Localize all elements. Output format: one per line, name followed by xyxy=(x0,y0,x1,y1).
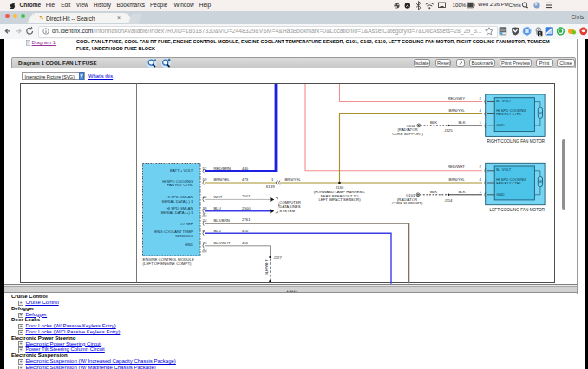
svg-text:B+ VOLT: B+ VOLT xyxy=(496,99,511,103)
svg-text:4: 4 xyxy=(480,178,482,182)
svg-text:40: 40 xyxy=(203,195,207,199)
svg-text:8: 8 xyxy=(203,229,206,233)
svg-text:52: 52 xyxy=(203,166,207,171)
svg-text:(LEFT OF ENGINE COMPT): (LEFT OF ENGINE COMPT) xyxy=(143,262,193,266)
svg-text:G101: G101 xyxy=(406,193,415,197)
svg-text:BRN/YEL: BRN/YEL xyxy=(214,178,231,182)
svg-text:BATT + VOLT: BATT + VOLT xyxy=(170,168,193,172)
svg-text:73: 73 xyxy=(203,241,207,245)
svg-text:X139: X139 xyxy=(266,184,276,189)
svg-text:M: M xyxy=(539,179,542,184)
svg-text:RED/BRN: RED/BRN xyxy=(214,166,231,171)
svg-text:FAN RLY CTRL: FAN RLY CTRL xyxy=(496,112,522,116)
svg-text:G102: G102 xyxy=(406,124,415,128)
svg-text:2: 2 xyxy=(480,96,482,100)
svg-text:GND: GND xyxy=(496,123,504,127)
svg-text:CORE SUPPORT): CORE SUPPORT) xyxy=(392,201,423,205)
svg-text:2761: 2761 xyxy=(242,217,251,222)
svg-text:BLK/WHT: BLK/WHT xyxy=(265,259,269,275)
svg-text:SERIAL DATA (-) 1: SERIAL DATA (-) 1 xyxy=(162,199,194,204)
svg-text:BLK: BLK xyxy=(430,120,437,125)
svg-text:BLK: BLK xyxy=(458,190,465,194)
svg-text:4: 4 xyxy=(480,108,482,113)
svg-text:59: 59 xyxy=(203,178,207,182)
svg-text:440: 440 xyxy=(242,166,249,171)
svg-text:GND: GND xyxy=(496,192,504,197)
svg-text:410: 410 xyxy=(242,229,249,233)
svg-text:J127: J127 xyxy=(274,256,283,260)
svg-text:BLU: BLU xyxy=(214,229,221,233)
svg-text:B+ VOLT: B+ VOLT xyxy=(496,167,511,172)
svg-text:451: 451 xyxy=(242,241,249,245)
svg-text:2500: 2500 xyxy=(242,206,251,210)
svg-text:2: 2 xyxy=(480,165,482,169)
svg-text:BRN/YEL: BRN/YEL xyxy=(285,178,302,182)
svg-text:X2: X2 xyxy=(203,248,208,252)
svg-text:RED/WHT: RED/WHT xyxy=(448,165,465,169)
svg-text:BLK/BRN: BLK/BRN xyxy=(214,218,230,223)
svg-text:X1: X1 xyxy=(203,212,208,217)
svg-text:BLK: BLK xyxy=(458,120,465,125)
svg-text:GND: GND xyxy=(185,243,193,247)
svg-text:39: 39 xyxy=(203,206,207,210)
svg-text:RED/GRY: RED/GRY xyxy=(448,96,466,100)
svg-text:RIGHT COOLING FAN MOTOR: RIGHT COOLING FAN MOTOR xyxy=(487,139,546,144)
svg-text:FAN RLY CTRL: FAN RLY CTRL xyxy=(167,183,194,187)
svg-text:CORE SUPPORT): CORE SUPPORT) xyxy=(392,132,423,136)
svg-text:BLU: BLU xyxy=(214,206,221,210)
svg-text:SENS SIG: SENS SIG xyxy=(175,234,193,238)
svg-text:M: M xyxy=(539,111,542,115)
svg-text:LEFT IMPACT SENSOR): LEFT IMPACT SENSOR) xyxy=(318,197,361,202)
svg-text:BRN/YEL: BRN/YEL xyxy=(449,108,466,113)
svg-text:BRN/YEL: BRN/YEL xyxy=(449,178,466,182)
svg-text:LEFT COOLING FAN MOTOR: LEFT COOLING FAN MOTOR xyxy=(490,208,546,212)
svg-text:BLK/WHT: BLK/WHT xyxy=(214,241,231,245)
svg-text:24: 24 xyxy=(203,218,207,223)
svg-text:SERIAL DATA (+) 1: SERIAL DATA (+) 1 xyxy=(160,210,193,215)
svg-text:LO REF: LO REF xyxy=(180,222,193,226)
svg-text:1: 1 xyxy=(480,190,482,194)
svg-text:SYSTEM: SYSTEM xyxy=(279,209,295,213)
svg-text:473: 473 xyxy=(242,178,249,182)
svg-text:J114: J114 xyxy=(445,198,454,203)
svg-text:1: 1 xyxy=(271,178,274,182)
svg-text:2501: 2501 xyxy=(242,194,251,198)
svg-text:FAN RLY CTRL: FAN RLY CTRL xyxy=(496,181,522,185)
svg-text:WHT: WHT xyxy=(214,195,223,199)
svg-text:1: 1 xyxy=(539,31,541,36)
svg-text:J125: J125 xyxy=(444,128,453,133)
svg-text:1: 1 xyxy=(480,120,482,125)
svg-text:BLK: BLK xyxy=(430,190,437,194)
